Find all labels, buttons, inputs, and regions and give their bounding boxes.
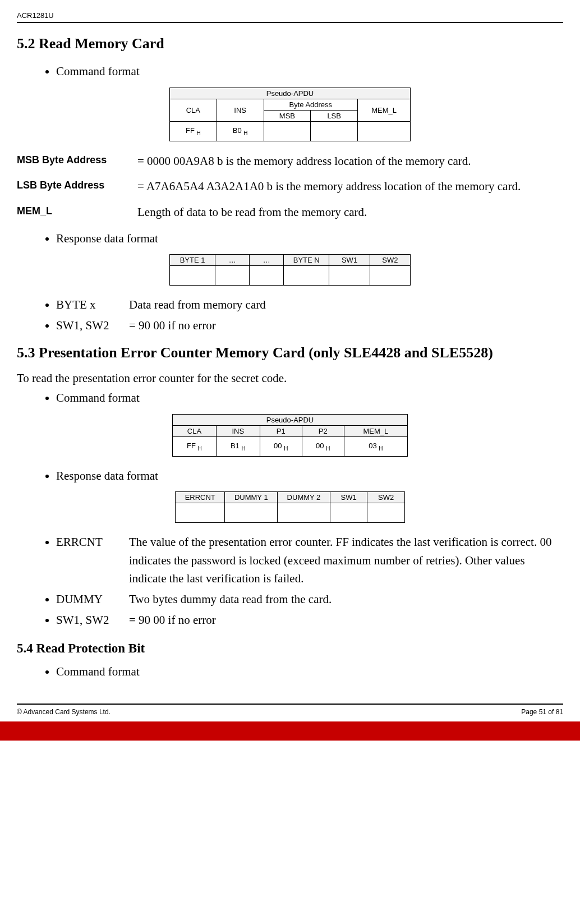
section-5-3-heading: 5.3 Presentation Error Counter Memory Ca… (17, 344, 563, 361)
section-5-2-heading: 5.2 Read Memory Card (17, 35, 563, 52)
bullet-command-format: Command format (56, 62, 563, 81)
cell-p1: 00 H (260, 436, 302, 456)
col-ins: INS (216, 425, 260, 436)
table-5-2-command: Pseudo-APDU CLA INS Byte Address MEM_L M… (169, 88, 411, 141)
col-cla: CLA (173, 425, 217, 436)
col-ins: INS (217, 99, 264, 121)
cell-ins: B1 H (216, 436, 260, 456)
col-lsb: LSB (311, 110, 358, 121)
col-cla: CLA (170, 99, 217, 121)
table-5-3-response: ERRCNT DUMMY 1 DUMMY 2 SW1 SW2 (175, 491, 405, 523)
table-caption: Pseudo-APDU (170, 88, 411, 99)
val: 00 (316, 442, 324, 450)
col-dots1: … (215, 255, 250, 266)
col-dots2: … (250, 255, 284, 266)
footer-left: © Advanced Card Systems Ltd. (17, 708, 111, 716)
cell-lsb (311, 121, 358, 141)
doc-header: ACR1281U (17, 11, 563, 23)
note-sw-text: = 90 00 if no error (129, 316, 216, 335)
footer-red-bar (0, 721, 580, 741)
note-sw-53-text: = 90 00 if no error (129, 611, 216, 629)
def-msb: MSB Byte Address = 0000 00A9A8 b is the … (17, 151, 563, 172)
val: FF (187, 442, 196, 450)
sub: H (284, 445, 288, 452)
col-byteaddr: Byte Address (264, 99, 358, 110)
table-caption-53: Pseudo-APDU (173, 414, 408, 425)
val: FF (186, 126, 195, 135)
note-errcnt: ERRCNTThe value of the presentation erro… (56, 533, 563, 588)
col-p1: P1 (260, 425, 302, 436)
section-5-4-heading: 5.4 Read Protection Bit (17, 641, 563, 656)
col-sw1: SW1 (330, 492, 367, 503)
def-msb-label: MSB Byte Address (17, 151, 137, 169)
page-footer: © Advanced Card Systems Ltd. Page 51 of … (0, 704, 580, 741)
note-bytex: BYTE xData read from memory card (56, 296, 563, 314)
bullet-command-format-54: Command format (56, 663, 563, 681)
def-msb-text: = 0000 00A9A8 b is the memory address lo… (137, 151, 563, 172)
note-sw-53: SW1, SW2= 90 00 if no error (56, 611, 563, 629)
cell-cla: FF H (170, 121, 217, 141)
note-sw-label: SW1, SW2 (56, 316, 129, 335)
col-msb: MSB (264, 110, 311, 121)
col-dummy2: DUMMY 2 (278, 492, 330, 503)
col-meml: MEM_L (358, 99, 411, 121)
note-errcnt-text: The value of the presentation error coun… (129, 533, 563, 588)
col-byten: BYTE N (284, 255, 329, 266)
sub: H (326, 445, 330, 452)
col-errcnt: ERRCNT (176, 492, 225, 503)
note-sw: SW1, SW2= 90 00 if no error (56, 316, 563, 335)
sub: H (197, 130, 201, 136)
note-dummy: DUMMYTwo bytes dummy data read from the … (56, 590, 563, 609)
table-5-3-command: Pseudo-APDU CLA INS P1 P2 MEM_L FF H B1 … (172, 414, 408, 457)
cell-meml (358, 121, 411, 141)
note-dummy-label: DUMMY (56, 590, 129, 609)
col-dummy1: DUMMY 1 (225, 492, 278, 503)
sub: H (243, 130, 247, 136)
cell-ins: B0 H (217, 121, 264, 141)
note-bytex-text: Data read from memory card (129, 296, 266, 314)
cell-meml: 03 H (344, 436, 407, 456)
def-lsb-label: LSB Byte Address (17, 177, 137, 194)
def-lsb-text: = A7A6A5A4 A3A2A1A0 b is the memory addr… (137, 177, 563, 197)
def-meml: MEM_L Length of data to be read from the… (17, 203, 563, 223)
cell-p2: 00 H (302, 436, 344, 456)
bullet-command-format-53: Command format (56, 389, 563, 407)
cell-msb (264, 121, 311, 141)
note-dummy-text: Two bytes dummy data read from the card. (129, 590, 332, 609)
def-meml-label: MEM_L (17, 203, 137, 220)
col-sw2: SW2 (367, 492, 405, 503)
col-meml: MEM_L (344, 425, 407, 436)
val: 03 (369, 442, 376, 450)
note-errcnt-label: ERRCNT (56, 533, 129, 588)
val: 00 (274, 442, 282, 450)
sub: H (241, 445, 245, 452)
bullet-response-format-53: Response data format (56, 467, 563, 485)
def-lsb: LSB Byte Address = A7A6A5A4 A3A2A1A0 b i… (17, 177, 563, 197)
bullet-response-format: Response data format (56, 229, 563, 248)
col-sw1: SW1 (329, 255, 370, 266)
sub: H (379, 445, 383, 452)
note-bytex-label: BYTE x (56, 296, 129, 314)
val: B0 (233, 126, 242, 135)
col-p2: P2 (302, 425, 344, 436)
col-sw2: SW2 (370, 255, 410, 266)
sub: H (198, 445, 202, 452)
cell-cla: FF H (173, 436, 217, 456)
footer-right: Page 51 of 81 (521, 708, 563, 716)
note-sw-53-label: SW1, SW2 (56, 611, 129, 629)
col-byte1: BYTE 1 (170, 255, 215, 266)
section-5-3-intro: To read the presentation error counter f… (17, 371, 563, 385)
table-5-2-response: BYTE 1 … … BYTE N SW1 SW2 (169, 254, 411, 286)
def-meml-text: Length of data to be read from the memor… (137, 203, 563, 223)
val: B1 (231, 442, 240, 450)
